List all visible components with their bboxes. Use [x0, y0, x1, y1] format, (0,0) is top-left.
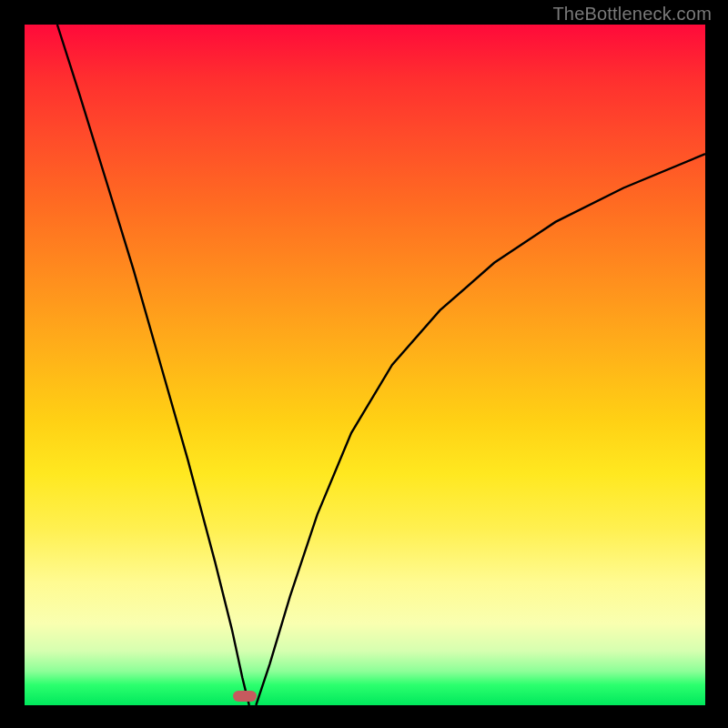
plot-area: [25, 25, 705, 705]
chart-frame: TheBottleneck.com: [0, 0, 728, 728]
optimal-marker: [233, 691, 257, 702]
curve-right-branch: [256, 154, 705, 705]
bottleneck-curve: [25, 25, 705, 705]
curve-left-branch: [57, 25, 249, 705]
attribution-label: TheBottleneck.com: [552, 4, 712, 25]
